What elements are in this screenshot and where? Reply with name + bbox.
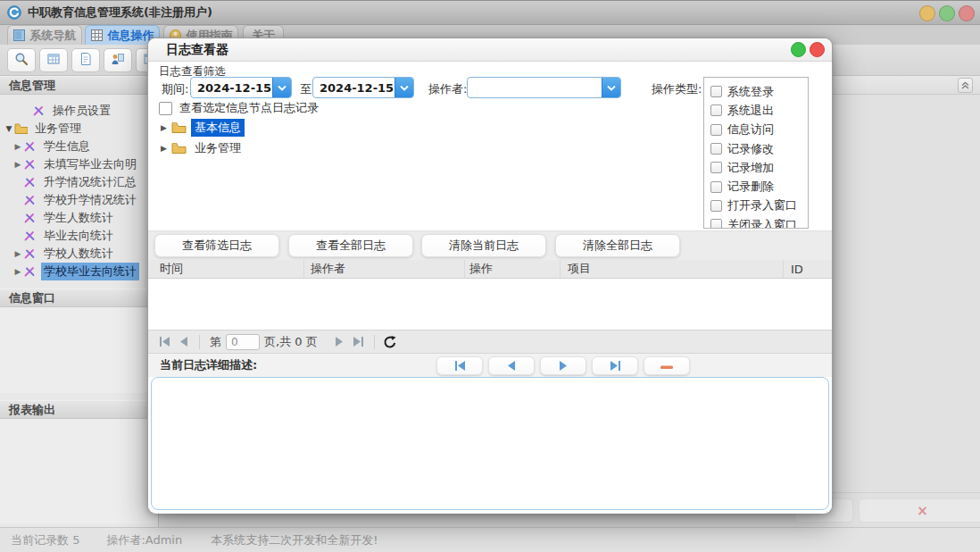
node-filter-checkbox-row[interactable]: 查看选定信息节点日志记录 xyxy=(159,100,319,116)
sidebar-item-unfilled-graduation[interactable]: ▶ 未填写毕业去向明 xyxy=(0,155,158,173)
dialog-close-button[interactable] xyxy=(810,42,825,57)
sidebar-item-operator-settings[interactable]: 操作员设置 xyxy=(0,102,158,120)
clear-current-logs-button[interactable]: 清除当前日志 xyxy=(421,234,546,257)
operator-dropdown-button[interactable] xyxy=(602,78,620,97)
tab-system-navigation[interactable]: 系统导航 xyxy=(7,25,82,45)
sidebar-item-school-count-stats[interactable]: ▶ 学校人数统计 xyxy=(0,245,158,263)
status-message: 本系统支持二次开发和全新开发! xyxy=(211,532,378,548)
window-square-icon xyxy=(13,29,25,41)
operator-input[interactable] xyxy=(468,81,602,95)
close-log-button[interactable]: × xyxy=(859,498,980,523)
date-from-field[interactable] xyxy=(190,77,292,98)
optype-info-access[interactable]: 信息访问 xyxy=(704,121,808,139)
dialog-maximize-button[interactable] xyxy=(791,42,806,57)
status-bar: 当前记录数 5 操作者:Admin 本系统支持二次开发和全新开发! xyxy=(0,527,980,552)
chevron-right-icon: ▶ xyxy=(158,144,170,153)
optype-record-modify[interactable]: 记录修改 xyxy=(704,139,808,158)
dialog-title: 日志查看器 xyxy=(166,42,228,58)
close-button[interactable] xyxy=(959,5,975,21)
view-filtered-logs-button[interactable]: 查看筛选日志 xyxy=(154,234,279,257)
optype-open-entry-window[interactable]: 打开录入窗口 xyxy=(704,197,808,215)
maximize-button[interactable] xyxy=(939,5,955,21)
date-from-input[interactable] xyxy=(191,81,272,95)
first-page-button[interactable] xyxy=(154,333,174,351)
search-icon xyxy=(14,52,29,70)
refresh-button[interactable] xyxy=(380,333,400,351)
detail-prev-button[interactable] xyxy=(488,356,535,375)
document-button[interactable] xyxy=(71,48,100,72)
data-list-button[interactable] xyxy=(39,48,68,72)
checkbox-icon xyxy=(710,86,722,97)
column-header-time[interactable]: 时间 xyxy=(148,260,304,278)
column-header-operation[interactable]: 操作 xyxy=(465,260,561,278)
prev-page-button[interactable] xyxy=(174,333,194,351)
detail-next-button[interactable] xyxy=(540,356,586,375)
panel-header-info-management[interactable]: 信息管理 xyxy=(0,76,158,95)
info-window-panel xyxy=(0,307,158,393)
grid-icon xyxy=(91,29,103,41)
separator xyxy=(199,335,200,349)
sidebar-item-graduation-stats[interactable]: 毕业去向统计 xyxy=(0,227,158,245)
detail-delete-button[interactable] xyxy=(644,356,690,375)
log-detail-textarea[interactable] xyxy=(151,377,829,510)
checkbox-icon xyxy=(710,219,722,229)
sidebar-item-business-management[interactable]: ▼ 业务管理 xyxy=(0,120,158,138)
optype-label: 操作类型: xyxy=(652,81,702,97)
tool-icon xyxy=(32,105,46,117)
panel-header-report-output[interactable]: 报表输出 xyxy=(0,400,158,419)
optype-system-login[interactable]: 系统登录 xyxy=(704,82,808,101)
checkbox-icon xyxy=(710,143,722,155)
collapse-panel-button[interactable] xyxy=(958,78,973,93)
tool-icon xyxy=(23,140,37,153)
folder-icon xyxy=(171,142,187,154)
chevron-down-icon: ▼ xyxy=(4,124,14,133)
dialog-controls xyxy=(791,42,825,57)
tool-icon xyxy=(23,158,37,171)
column-header-id[interactable]: ID xyxy=(784,260,832,278)
detail-header: 当前日志详细描述: xyxy=(148,354,832,377)
log-table-body[interactable] xyxy=(148,279,832,330)
date-to-input[interactable] xyxy=(313,81,394,95)
chevron-right-icon: ▶ xyxy=(12,142,23,151)
page-prefix-label: 第 xyxy=(210,334,221,350)
operator-combo[interactable] xyxy=(467,77,621,98)
next-page-button[interactable] xyxy=(329,333,349,351)
checkbox-icon xyxy=(159,102,172,115)
detail-first-button[interactable] xyxy=(436,356,483,375)
panel-header-info-window[interactable]: 信息窗口 xyxy=(0,289,158,307)
operator-button[interactable] xyxy=(104,48,132,72)
sidebar-item-student-info[interactable]: ▶ 学生信息 xyxy=(0,138,158,155)
tree-item-basic-info[interactable]: ▶ 基本信息 xyxy=(158,117,685,138)
sidebar-item-enrollment-summary[interactable]: 升学情况统计汇总 xyxy=(0,173,158,191)
sidebar-item-school-enrollment-stats[interactable]: 学校升学情况统计 xyxy=(0,191,158,209)
detail-last-button[interactable] xyxy=(592,356,638,375)
tree-item-business-management[interactable]: ▶ 业务管理 xyxy=(158,138,685,158)
optype-close-entry-window[interactable]: 关闭录入窗口 xyxy=(704,215,808,229)
page-number-input[interactable] xyxy=(226,334,260,350)
search-button[interactable] xyxy=(7,48,36,72)
last-page-button[interactable] xyxy=(349,333,369,351)
checkbox-icon xyxy=(710,162,722,173)
table-icon xyxy=(46,52,61,70)
clear-all-logs-button[interactable]: 清除全部日志 xyxy=(555,234,680,257)
sidebar-item-student-count-stats[interactable]: 学生人数统计 xyxy=(0,209,158,227)
person-board-icon xyxy=(111,52,125,70)
operation-type-list: 系统登录 系统退出 信息访问 记录修改 记录增加 记录删除 打开录入窗口 关闭录… xyxy=(703,77,809,229)
view-all-logs-button[interactable]: 查看全部日志 xyxy=(288,234,413,257)
date-from-dropdown-button[interactable] xyxy=(272,78,291,97)
document-icon xyxy=(79,52,93,70)
dialog-title-bar: 日志查看器 xyxy=(148,38,832,62)
date-to-field[interactable] xyxy=(312,77,414,98)
minimize-button[interactable] xyxy=(919,5,935,21)
date-to-dropdown-button[interactable] xyxy=(394,78,413,97)
sidebar-item-school-graduation-stats[interactable]: ▶ 学校毕业去向统计 xyxy=(0,263,158,280)
app-window: 中职教育信息管理系统(非注册用户) 系统导航 信息操作 使用指南 xyxy=(0,0,980,552)
column-header-project[interactable]: 项目 xyxy=(561,260,784,278)
page-total-label: 页,共 0 页 xyxy=(264,334,318,350)
column-header-operator[interactable]: 操作者 xyxy=(304,260,465,278)
optype-system-logout[interactable]: 系统退出 xyxy=(704,101,808,120)
optype-record-delete[interactable]: 记录删除 xyxy=(704,177,808,196)
optype-record-add[interactable]: 记录增加 xyxy=(704,158,808,177)
record-count-label: 当前记录数 5 xyxy=(11,532,79,548)
checkbox-icon xyxy=(710,200,722,212)
